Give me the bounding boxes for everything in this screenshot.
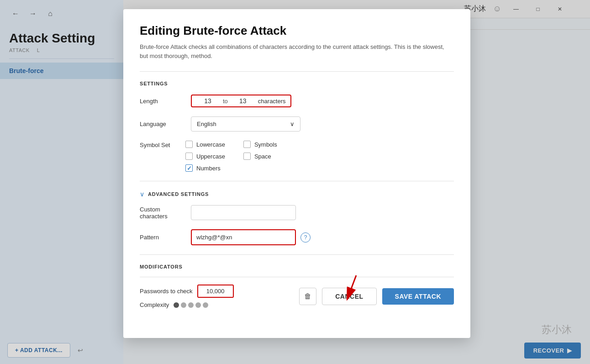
checkbox-lowercase-label: Lowercase	[196, 141, 225, 148]
checkbox-symbols-box	[243, 141, 251, 148]
pattern-input[interactable]	[191, 229, 296, 245]
checkbox-symbols-label: Symbols	[254, 141, 277, 148]
checkbox-lowercase[interactable]: Lowercase	[185, 141, 225, 148]
delete-icon: 🗑	[304, 292, 311, 301]
complexity-dot-1	[174, 302, 179, 308]
length-row: Length to characters	[140, 95, 454, 107]
custom-chars-row: Customcharacters	[140, 205, 454, 220]
pattern-help-icon[interactable]: ?	[300, 232, 311, 243]
complexity-dots	[174, 302, 208, 308]
checkmark-icon: ✓	[187, 165, 192, 172]
pattern-input-group: ?	[191, 229, 311, 245]
footer-left: Passwords to check Complexity	[140, 285, 234, 308]
settings-label: SETTINGS	[140, 81, 454, 86]
complexity-dot-4	[195, 302, 201, 308]
complexity-row: Complexity	[140, 301, 234, 308]
pattern-row: Pattern ?	[140, 229, 454, 245]
language-chevron-icon: ∨	[290, 121, 295, 127]
symbol-set-label: Symbol Set	[140, 141, 185, 148]
complexity-dot-3	[188, 302, 194, 308]
modal-dialog: Editing Brute-force Attack Brute-force A…	[123, 9, 470, 338]
length-separator: to	[223, 98, 228, 105]
length-label: Length	[140, 98, 185, 105]
complexity-dot-2	[181, 302, 186, 308]
modificators-label: MODIFICATORS	[140, 264, 454, 269]
symbol-set-grid: Lowercase Symbols Uppercase Space ✓	[185, 141, 283, 172]
custom-chars-label: Customcharacters	[140, 206, 185, 220]
cancel-button[interactable]: CANCEL	[322, 288, 376, 305]
language-value: English	[197, 121, 216, 127]
advanced-settings-header[interactable]: ∨ ADVANCED SETTINGS	[140, 190, 454, 198]
passwords-input[interactable]	[197, 285, 234, 298]
symbol-set-row: Symbol Set Lowercase Symbols Uppercase S…	[140, 141, 454, 172]
chevron-down-icon: ∨	[140, 190, 144, 198]
footer-right: 🗑 CANCEL SAVE ATTACK	[299, 288, 454, 305]
language-row: Language English ∨	[140, 116, 454, 132]
passwords-row: Passwords to check	[140, 285, 234, 298]
checkbox-numbers-box: ✓	[185, 164, 193, 172]
length-to-input[interactable]	[232, 97, 254, 105]
checkbox-uppercase[interactable]: Uppercase	[185, 153, 225, 160]
checkbox-uppercase-box	[185, 153, 193, 160]
checkbox-space[interactable]: Space	[243, 153, 283, 160]
language-select[interactable]: English ∨	[191, 116, 300, 132]
length-group: to characters	[191, 95, 291, 107]
modal-footer: Passwords to check Complexity 🗑 CANCEL S…	[140, 277, 454, 310]
delete-button[interactable]: 🗑	[299, 288, 316, 305]
complexity-dot-5	[203, 302, 208, 308]
mod-divider	[140, 254, 454, 255]
checkbox-numbers-label: Numbers	[196, 165, 221, 172]
length-from-input[interactable]	[196, 97, 219, 105]
checkbox-symbols[interactable]: Symbols	[243, 141, 283, 148]
length-unit: characters	[258, 98, 286, 105]
complexity-label: Complexity	[140, 301, 169, 308]
settings-divider	[140, 71, 454, 72]
checkbox-uppercase-label: Uppercase	[196, 153, 225, 160]
custom-chars-input[interactable]	[191, 205, 296, 220]
checkbox-space-box	[243, 153, 251, 160]
save-attack-button[interactable]: SAVE ATTACK	[382, 288, 454, 305]
passwords-label: Passwords to check	[140, 288, 193, 295]
modal-description: Brute-force Attack checks all combinatio…	[140, 42, 454, 60]
language-label: Language	[140, 121, 185, 127]
checkbox-space-label: Space	[254, 153, 271, 160]
advanced-divider	[140, 181, 454, 181]
modal-title: Editing Brute-force Attack	[140, 24, 454, 38]
pattern-label: Pattern	[140, 234, 185, 241]
advanced-settings-label: ADVANCED SETTINGS	[148, 191, 209, 197]
checkbox-numbers[interactable]: ✓ Numbers	[185, 164, 225, 172]
checkbox-lowercase-box	[185, 141, 193, 148]
